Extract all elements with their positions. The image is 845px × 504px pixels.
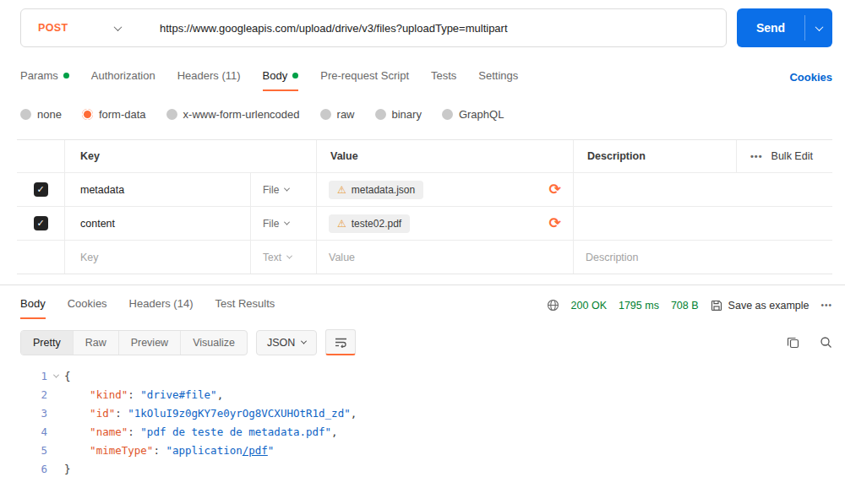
code-text: "kind": "drive#file", [64,386,223,404]
save-as-example-label: Save as example [728,300,810,312]
search-button[interactable] [820,336,832,349]
table-row: ✓ metadata File ⚠ metadata.json ⟳ [17,172,832,206]
value-field[interactable]: Value [316,241,573,274]
response-tab-body[interactable]: Body [20,297,46,319]
radio-icon [320,109,331,120]
code-text: "id": "1kOluI9z0gKY7e0yrOg8VCXUHOtR1d_zd… [64,404,357,423]
body-mode-selector: none form-data x-www-form-urlencoded raw… [20,108,832,121]
tab-tests[interactable]: Tests [431,69,456,91]
more-options-icon[interactable]: ••• [750,151,763,161]
save-as-example-button[interactable]: Save as example [711,300,810,312]
tab-label: Cookies [68,297,107,310]
bulk-edit-button[interactable]: Bulk Edit [771,150,813,162]
line-number: 6 [0,460,47,479]
chevron-down-icon [284,186,290,192]
radio-icon [442,109,453,120]
code-text: "name": "pdf de teste de metadata.pdf", [64,423,338,442]
description-field[interactable]: Description [573,241,832,274]
response-tab-headers[interactable]: Headers (14) [129,297,194,319]
wrap-lines-icon [335,337,347,348]
method-label: POST [38,22,68,34]
mode-graphql[interactable]: GraphQL [442,108,504,121]
copy-button[interactable] [787,336,799,349]
row-checkbox-cell [17,241,64,274]
type-selector[interactable]: Text [250,241,316,274]
file-chip[interactable]: ⚠ metadata.json [329,181,423,199]
code-line: 3 "id": "1kOluI9z0gKY7e0yrOg8VCXUHOtR1d_… [0,404,845,423]
wrap-lines-toggle[interactable] [325,329,356,355]
chevron-down-icon [114,23,123,31]
mode-binary[interactable]: binary [375,108,422,121]
response-tab-test-results[interactable]: Test Results [215,297,275,319]
send-label[interactable]: Send [737,8,804,47]
fold-spacer [47,442,64,460]
view-pretty[interactable]: Pretty [21,331,73,355]
tab-authorization[interactable]: Authorization [91,69,155,91]
chevron-down-icon [286,253,292,259]
description-field[interactable] [573,207,832,240]
tab-label: Pre-request Script [320,69,409,82]
line-number: 1 [0,367,47,386]
type-selector[interactable]: File [250,207,316,240]
fold-spacer [47,460,64,479]
key-field[interactable]: content [64,207,250,240]
fold-toggle-icon[interactable] [47,367,64,386]
form-data-table: Key Value Description ••• Bulk Edit ✓ me… [17,139,832,274]
mode-none[interactable]: none [20,108,62,121]
tab-headers[interactable]: Headers (11) [177,69,241,91]
view-preview[interactable]: Preview [118,331,180,355]
fold-spacer [47,404,64,423]
url-input[interactable]: https://www.googleapis.com/upload/drive/… [138,22,726,35]
mode-label: none [37,108,62,121]
language-dropdown[interactable]: JSON [256,330,317,355]
tab-params[interactable]: Params [20,69,69,91]
reupload-file-button[interactable]: ⟳ [549,216,561,230]
tab-label: Test Results [215,297,275,310]
code-text: "mimeType": "application/pdf" [64,442,274,460]
more-options-icon[interactable]: ••• [820,301,832,310]
value-cell: ⚠ teste02.pdf ⟳ [316,207,573,240]
tab-settings[interactable]: Settings [478,69,518,91]
type-selector[interactable]: File [250,173,316,206]
cookies-link[interactable]: Cookies [789,71,832,91]
code-line: 4 "name": "pdf de teste de metadata.pdf"… [0,423,845,442]
code-text: { [64,367,71,386]
code-line: 6} [0,460,845,479]
view-raw[interactable]: Raw [73,331,118,355]
response-time: 1795 ms [619,300,659,312]
send-button[interactable]: Send [737,8,832,47]
search-icon [820,336,832,349]
send-options-button[interactable] [805,8,832,47]
mode-form-data[interactable]: form-data [82,108,146,121]
method-selector[interactable]: POST [21,9,138,46]
tab-pre-request-script[interactable]: Pre-request Script [320,69,409,91]
mode-x-www-form-urlencoded[interactable]: x-www-form-urlencoded [166,108,300,121]
checkbox-checked[interactable]: ✓ [34,182,48,197]
description-field[interactable] [573,173,832,206]
header-bulk-edit: ••• Bulk Edit [736,140,832,172]
reupload-file-button[interactable]: ⟳ [549,182,561,197]
checkbox-checked[interactable]: ✓ [34,216,48,230]
radio-selected-icon [82,109,93,120]
key-field[interactable]: Key [64,241,250,274]
mode-label: GraphQL [459,108,504,121]
file-chip[interactable]: ⚠ teste02.pdf [329,214,410,233]
chevron-down-icon [284,219,290,225]
mode-label: x-www-form-urlencoded [183,108,300,121]
table-row-empty: Key Text Value Description [17,240,832,274]
code-line: 5 "mimeType": "application/pdf" [0,442,845,460]
line-number: 2 [0,386,47,404]
tab-body[interactable]: Body [263,69,299,91]
key-field[interactable]: metadata [64,173,250,206]
warning-icon: ⚠ [337,184,346,196]
tab-label: Headers (14) [129,297,194,310]
file-name: metadata.json [352,184,415,196]
fold-spacer [47,423,64,442]
response-tab-cookies[interactable]: Cookies [68,297,107,319]
view-visualize[interactable]: Visualize [180,331,247,355]
network-icon[interactable] [547,299,559,312]
tab-label: Params [20,69,58,82]
line-number: 3 [0,404,47,423]
green-dot-icon [63,73,69,79]
mode-raw[interactable]: raw [320,108,355,121]
